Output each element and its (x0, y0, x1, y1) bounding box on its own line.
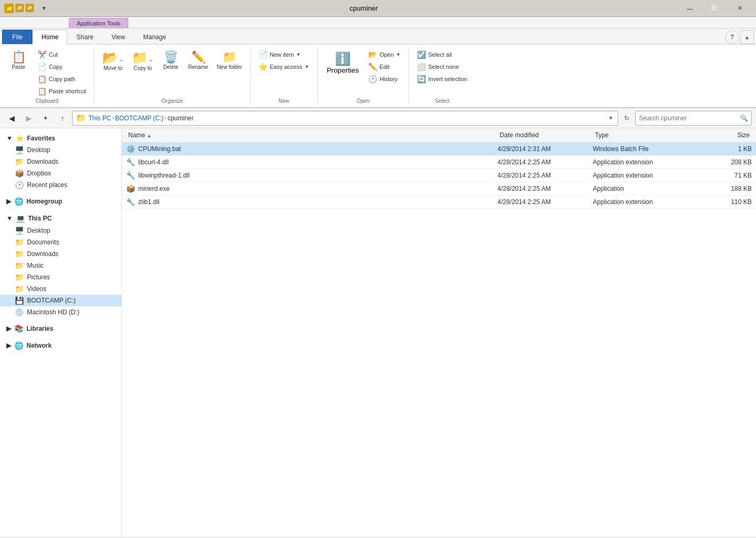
paste-shortcut-button[interactable]: 📋 Paste shortcut (34, 85, 90, 97)
recent-places-icon: 🕐 (15, 181, 24, 189)
app-icon2: 📁 (15, 4, 24, 12)
copy-path-button[interactable]: 📋 Copy path (34, 73, 90, 85)
column-header-size[interactable]: Size (699, 130, 752, 140)
file-row[interactable]: ⚙️ CPUMining.bat 4/28/2014 2:31 AM Windo… (122, 143, 756, 156)
column-header-name[interactable]: Name ▲ (126, 130, 497, 140)
crumb-bootcamp[interactable]: BOOTCAMP (C:) (115, 114, 164, 122)
close-button[interactable]: ✕ (727, 0, 752, 17)
select-all-button[interactable]: ☑️ Select all (413, 49, 471, 60)
copy-button[interactable]: 📄 Copy (34, 61, 90, 73)
delete-button[interactable]: 🗑️ Delete (158, 49, 183, 73)
tab-file[interactable]: File (2, 30, 32, 44)
tab-home[interactable]: Home (32, 30, 67, 45)
libraries-icon: 📚 (14, 324, 23, 333)
new-item-button[interactable]: 📄 New item ▼ (255, 49, 313, 60)
file-list-header: Name ▲ Date modified Type Size (122, 128, 756, 143)
move-to-button[interactable]: 📂→ Move to (99, 49, 127, 74)
file-row[interactable]: 📦 minerd.exe 4/28/2014 2:25 AM Applicati… (122, 182, 756, 196)
dll-file-icon2: 🔧 (126, 171, 135, 180)
sidebar-header-favorites[interactable]: ▼ ⭐ Favorites (0, 133, 121, 144)
this-pc-icon: 💻 (16, 214, 25, 223)
maximize-button[interactable]: ⬜ (702, 0, 727, 17)
sidebar-item-bootcamp[interactable]: 💾 BOOTCAMP (C:) (0, 295, 121, 306)
macintosh-drive-icon: 💿 (15, 308, 24, 316)
forward-button[interactable]: ▶ (21, 111, 36, 126)
file-row[interactable]: 🔧 libwinpthread-1.dll 4/28/2014 2:25 AM … (122, 169, 756, 182)
ribbon-tabs: File Home Share View Manage ? ▲ (0, 29, 756, 45)
sidebar-item-dropbox[interactable]: 📦 Dropbox (0, 167, 121, 179)
open-button[interactable]: 📂 Open ▼ (364, 49, 404, 60)
quick-access-dropdown[interactable]: ▼ (38, 3, 50, 14)
tab-view[interactable]: View (102, 30, 134, 44)
app-tools-tab[interactable]: Application Tools (69, 18, 128, 28)
file-date-libwinpthread: 4/28/2014 2:25 AM (497, 172, 593, 179)
downloads2-icon: 📁 (15, 250, 24, 258)
file-date-cpumining: 4/28/2014 2:31 AM (497, 145, 593, 153)
address-dropdown-button[interactable]: ▼ (607, 114, 615, 122)
sidebar-header-this-pc[interactable]: ▼ 💻 This PC (0, 212, 121, 225)
ribbon-section-open: ℹ️ Properties 📂 Open ▼ ✏️ Edit 🕐 History (318, 47, 410, 105)
file-size-minerd: 188 KB (699, 185, 752, 192)
ribbon-section-clipboard: 📋 Paste ✂️ Cut 📄 Copy 📋 Copy path (0, 47, 94, 105)
crumb-this-pc[interactable]: This PC (88, 114, 111, 122)
sidebar-header-homegroup[interactable]: ▶ 🌐 Homegroup (0, 195, 121, 208)
sidebar-item-recent-places[interactable]: 🕐 Recent places (0, 179, 121, 191)
properties-button[interactable]: ℹ️ Properties (322, 49, 364, 77)
back-button[interactable]: ◀ (4, 111, 19, 126)
copy-to-button[interactable]: 📁→ Copy to (128, 49, 157, 74)
search-box: 🔍 (635, 111, 752, 126)
easy-access-button[interactable]: ⭐ Easy access ▼ (255, 61, 313, 73)
history-button[interactable]: 🕐 History (364, 73, 404, 85)
file-size-cpumining: 1 KB (699, 145, 752, 153)
desktop-icon: 🖥️ (15, 146, 24, 154)
sidebar-item-videos[interactable]: 📁 Videos (0, 283, 121, 295)
ribbon-collapse-button[interactable]: ▲ (740, 30, 754, 44)
dropbox-icon: 📦 (15, 169, 24, 178)
sidebar-item-pictures[interactable]: 📁 Pictures (0, 271, 121, 283)
file-row[interactable]: 🔧 zlib1.dll 4/28/2014 2:25 AM Applicatio… (122, 196, 756, 209)
address-bar: 📁 This PC › BOOTCAMP (C:) › cpuminer ▼ (72, 111, 618, 126)
sidebar-header-network[interactable]: ▶ 🌐 Network (0, 339, 121, 352)
crumb-current: cpuminer (167, 114, 193, 122)
sidebar-item-downloads2[interactable]: 📁 Downloads (0, 248, 121, 260)
file-row[interactable]: 🔧 libcurl-4.dll 4/28/2014 2:25 AM Applic… (122, 156, 756, 169)
sidebar-section-network: ▶ 🌐 Network (0, 339, 121, 352)
sidebar-section-this-pc: ▼ 💻 This PC 🖥️ Desktop 📁 Documents 📁 Dow… (0, 212, 121, 318)
rename-button[interactable]: ✏️ Rename (184, 49, 212, 73)
sidebar-item-documents[interactable]: 📁 Documents (0, 236, 121, 248)
up-button[interactable]: ↑ (55, 111, 70, 126)
sidebar-item-macintosh-hd[interactable]: 💿 Macintosh HD (D:) (0, 306, 121, 318)
sidebar: ▼ ⭐ Favorites 🖥️ Desktop 📁 Downloads 📦 D… (0, 128, 122, 537)
file-name-libcurl: 🔧 libcurl-4.dll (126, 158, 497, 166)
bootcamp-drive-icon: 💾 (15, 296, 24, 305)
sidebar-item-music[interactable]: 📁 Music (0, 260, 121, 271)
column-header-type[interactable]: Type (593, 130, 699, 140)
pictures-icon: 📁 (15, 273, 24, 281)
sidebar-item-downloads[interactable]: 📁 Downloads (0, 156, 121, 167)
column-header-date[interactable]: Date modified (497, 130, 593, 140)
recent-locations-button[interactable]: ▼ (38, 111, 53, 126)
sidebar-header-libraries[interactable]: ▶ 📚 Libraries (0, 322, 121, 335)
sidebar-item-desktop2[interactable]: 🖥️ Desktop (0, 225, 121, 236)
cut-button[interactable]: ✂️ Cut (34, 49, 90, 60)
sidebar-item-desktop[interactable]: 🖥️ Desktop (0, 144, 121, 156)
paste-button[interactable]: 📋 Paste (4, 49, 33, 73)
file-type-zlib1: Application extension (593, 198, 699, 206)
edit-button[interactable]: ✏️ Edit (364, 61, 404, 73)
select-none-button[interactable]: ⬜ Select none (413, 61, 471, 73)
downloads-folder-icon: 📁 (15, 157, 24, 166)
app-icon3: 📁 (25, 4, 34, 12)
ribbon-content: 📋 Paste ✂️ Cut 📄 Copy 📋 Copy path (0, 45, 756, 108)
minimize-button[interactable]: — (678, 0, 702, 17)
ribbon-section-new: 📄 New item ▼ ⭐ Easy access ▼ New (251, 47, 318, 105)
help-button[interactable]: ? (725, 30, 739, 44)
homegroup-icon: 🌐 (14, 197, 23, 206)
videos-icon: 📁 (15, 285, 24, 293)
tab-manage[interactable]: Manage (134, 30, 175, 44)
invert-selection-button[interactable]: 🔄 Invert selection (413, 73, 471, 85)
new-folder-button[interactable]: 📁 New folder (213, 49, 246, 73)
search-input[interactable] (639, 114, 740, 122)
refresh-button[interactable]: ↻ (620, 112, 633, 125)
tab-share[interactable]: Share (67, 30, 102, 44)
music-icon: 📁 (15, 261, 24, 270)
